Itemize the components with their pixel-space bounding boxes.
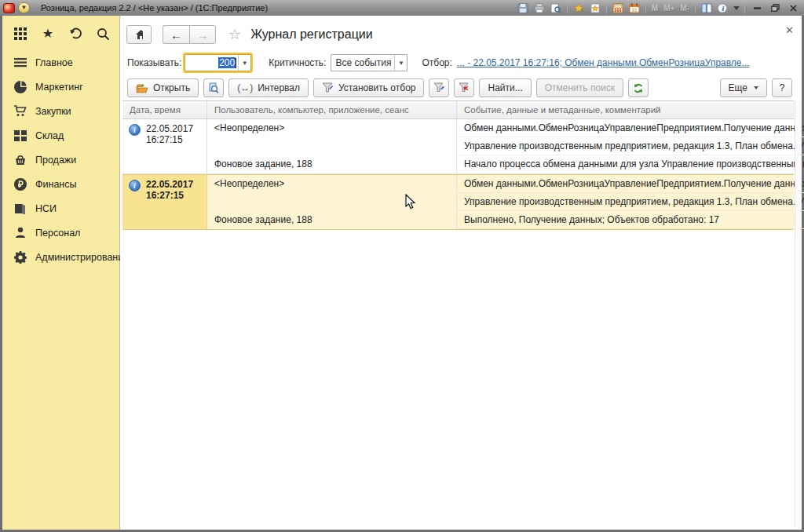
system-menu-dropdown-icon[interactable]: ▼ [18,2,30,13]
column-header-event[interactable]: Событие, данные и метаданные, комментари… [457,101,794,118]
search-icon[interactable] [96,27,110,41]
row-time: 16:27:15 [146,134,183,145]
titlebar-separator [744,2,745,13]
column-header-user[interactable]: Пользователь, компьютер, приложение, сеа… [207,101,457,118]
filter-by-value-button[interactable] [429,78,449,97]
split-window-icon[interactable] [700,2,714,14]
close-panel-button[interactable]: ✕ [785,25,794,35]
sidebar-item-sales[interactable]: Продажи [2,148,119,172]
row-time: 16:27:15 [146,190,184,201]
interval-button[interactable]: (↔) Интервал [228,78,309,97]
sidebar-item-label: Персонал [35,228,80,239]
print-icon[interactable] [532,2,546,14]
back-button[interactable]: ← [163,25,189,44]
svg-text:31: 31 [631,7,638,13]
calendar-icon[interactable]: 31 [627,2,641,14]
calculator-icon[interactable] [611,2,625,14]
minimize-button[interactable] [749,2,765,14]
titlebar-separator [606,2,607,13]
memory-plus-button[interactable]: M+ [662,4,676,13]
basket-icon [13,153,27,166]
help-button[interactable]: ? [772,78,792,97]
clear-filter-button[interactable] [454,78,474,97]
refresh-button[interactable] [628,78,649,97]
sidebar-item-label: Склад [35,130,64,141]
save-icon[interactable] [516,2,530,14]
memory-minus-button[interactable]: M- [678,4,691,13]
close-window-button[interactable] [785,2,801,14]
vertical-scrollbar[interactable] [795,100,802,527]
reference-book-icon [13,202,27,215]
ruble-circle-icon [13,177,27,191]
all-sections-grid-icon[interactable] [13,27,27,41]
funnel-icon [322,82,334,93]
titlebar-separator [695,2,696,13]
set-filter-button[interactable]: Установить отбор [313,78,424,97]
open-button[interactable]: Открыть [127,78,199,97]
memory-recall-button[interactable]: M [650,4,660,13]
sidebar-item-label: Маркетинг [35,82,83,93]
menu-lines-icon [13,56,27,69]
more-button[interactable]: Еще [720,78,767,97]
show-count-value: 200 [218,57,236,68]
restore-button[interactable] [767,2,783,14]
row-user: <Неопределен> [207,119,456,137]
forward-arrow-icon: → [197,29,209,41]
row-metadata: Управление производственным предприятием… [457,193,804,211]
row-session: Фоновое задание, 188 [207,155,456,173]
view-event-button[interactable] [203,78,224,97]
shopping-cart-icon [13,104,27,118]
app-window: ▼ Розница, редакция 2.2 / <Не указан> / … [0,0,804,532]
forward-button[interactable]: → [189,25,216,44]
show-count-input[interactable]: 200 ▼ [185,54,251,71]
window-title: Розница, редакция 2.2 / <Не указан> / (1… [41,3,268,13]
pie-chart-icon [13,80,27,93]
severity-dropdown-icon[interactable]: ▼ [394,55,407,71]
severity-select[interactable]: Все события ▼ [331,54,407,71]
sidebar-item-marketing[interactable]: Маркетинг [2,75,119,99]
row-date: 22.05.2017 [146,123,193,134]
funnel-pencil-icon [433,82,445,93]
sidebar-item-label: Продажи [35,155,76,166]
add-favorite-icon[interactable] [572,2,586,14]
sidebar-item-label: Финансы [35,179,76,190]
gear-icon [13,250,27,264]
sidebar-item-purchases[interactable]: Закупки [2,99,119,123]
table-row-selected[interactable]: i 22.05.2017 16:27:15 <Неопределен> Фоно… [122,174,794,230]
page-title: Журнал регистрации [250,27,373,42]
row-computer [207,137,456,155]
show-label: Показывать: [127,57,181,68]
print-preview-icon[interactable] [549,2,563,14]
sidebar-item-label: Администрирование [35,252,129,263]
sidebar-item-administration[interactable]: Администрирование [2,245,119,269]
open-folder-icon [136,83,148,93]
history-icon[interactable] [68,27,82,41]
row-metadata: Управление производственным предприятием… [457,137,804,155]
table-row[interactable]: i 22.05.2017 16:27:15 <Неопределен> Фоно… [122,119,794,174]
chevron-down-icon [754,86,758,89]
favorite-toggle-star-icon[interactable]: ☆ [228,27,241,42]
filter-label: Отбор: [422,57,451,68]
column-header-date[interactable]: Дата, время [122,101,207,118]
back-arrow-icon: ← [170,29,182,41]
info-icon[interactable]: i [716,2,730,14]
info-dropdown-icon[interactable] [733,2,740,14]
sidebar-item-main[interactable]: Главное [2,50,119,75]
sidebar-item-personnel[interactable]: Персонал [2,220,119,245]
info-severity-icon: i [129,180,141,191]
show-count-dropdown-icon[interactable]: ▼ [238,55,250,71]
app-logo-1c-icon[interactable] [3,3,15,13]
warehouse-boxes-icon [13,129,27,142]
home-button[interactable] [126,25,152,44]
row-session: Фоновое задание, 188 [207,211,456,229]
find-button[interactable]: Найти... [479,78,531,97]
row-user: <Неопределен> [207,175,456,193]
sidebar-item-finance[interactable]: Финансы [2,172,119,196]
filter-settings-link[interactable]: ... - 22.05.2017 16:27:16; Обмен данными… [457,57,750,68]
favorites-icon[interactable] [588,2,602,14]
favorites-star-icon[interactable]: ★ [41,27,55,41]
sidebar-item-nsi[interactable]: НСИ [2,196,119,220]
magnifier-document-icon [208,82,219,93]
sidebar-item-warehouse[interactable]: Склад [2,123,119,148]
cancel-search-button[interactable]: Отменить поиск [536,78,623,97]
